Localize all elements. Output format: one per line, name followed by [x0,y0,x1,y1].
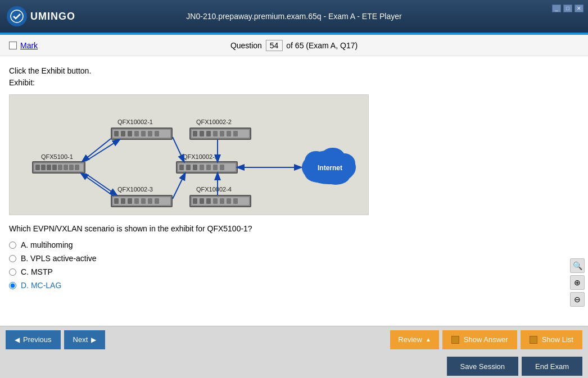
svg-rect-12 [75,165,79,170]
svg-rect-64 [213,198,218,204]
show-list-checkbox-icon [530,336,537,344]
svg-rect-10 [64,165,68,170]
question-total: of 65 (Exam A, Q17) [286,41,358,50]
svg-rect-62 [200,198,204,204]
svg-text:QFX10002-3: QFX10002-3 [117,186,153,193]
next-button[interactable]: Next ▶ [64,330,106,349]
svg-rect-17 [114,131,119,136]
logo-icon [7,6,27,26]
svg-rect-18 [121,131,125,136]
mark-checkbox[interactable] [9,42,17,49]
maximize-button[interactable]: □ [563,4,572,12]
minimize-button[interactable]: _ [552,4,561,12]
svg-rect-29 [200,131,204,136]
svg-rect-67 [233,198,238,204]
show-answer-checkbox-icon [451,336,459,344]
show-list-button[interactable]: Show List [521,330,582,349]
answer-options: A. multihoming B. VPLS active-active C. … [9,240,579,290]
previous-button[interactable]: ◀ Previous [6,330,61,349]
svg-text:QFX5100-1: QFX5100-1 [41,153,73,160]
zoom-out-icon[interactable]: ⊖ [570,292,585,307]
svg-rect-50 [114,198,119,204]
svg-text:QFX10002-4: QFX10002-4 [196,186,232,193]
window-controls[interactable]: _ □ ✕ [552,4,584,12]
option-b[interactable]: B. VPLS active-active [9,254,579,263]
svg-rect-32 [220,131,224,136]
question-body: Which EVPN/VXLAN scenario is shown in th… [9,223,579,235]
show-answer-button[interactable]: Show Answer [442,330,517,349]
svg-rect-63 [206,198,211,204]
svg-rect-30 [206,131,211,136]
prev-chevron-icon: ◀ [15,336,20,344]
svg-rect-7 [47,165,51,170]
svg-rect-52 [128,198,132,204]
mark-area: Mark [9,41,38,50]
svg-rect-44 [213,165,218,170]
logo-text: UMINGO [30,11,75,22]
radio-b[interactable] [9,255,16,262]
exhibit-image: QFX5100-1 QFX10002-1 QFX10002-2 [9,94,369,215]
title-bar: UMINGO JN0-210.prepaway.premium.exam.65q… [0,0,588,33]
svg-rect-54 [141,198,146,204]
svg-text:QFX10002-1: QFX10002-1 [117,119,153,125]
option-d-text: D. MC-LAG [21,281,61,290]
svg-rect-43 [206,165,211,170]
svg-rect-6 [41,165,46,170]
svg-rect-23 [155,131,159,136]
svg-rect-45 [220,165,224,170]
radio-d[interactable] [9,282,16,289]
main-content: Click the Exhibit button. Exhibit: QFX51… [0,56,588,326]
question-header: Mark Question 54 of 65 (Exam A, Q17) [0,35,588,56]
svg-rect-21 [141,131,146,136]
svg-rect-9 [58,165,62,170]
review-arrow-icon: ▲ [426,336,431,343]
svg-rect-39 [179,165,184,170]
svg-rect-40 [186,165,191,170]
show-answer-label: Show Answer [464,335,508,344]
svg-rect-31 [213,131,218,136]
zoom-controls: 🔍 ⊕ ⊖ [570,258,585,307]
svg-text:QFX10002-5: QFX10002-5 [183,153,218,160]
svg-rect-65 [220,198,224,204]
mark-label[interactable]: Mark [20,41,38,50]
svg-rect-42 [200,165,204,170]
exhibit-label: Exhibit: [9,78,35,87]
bottom-toolbar: ◀ Previous Next ▶ Review ▲ Show Answer S… [0,326,588,353]
end-exam-button[interactable]: End Exam [522,357,582,376]
logo: UMINGO [7,6,75,26]
radio-c[interactable] [9,268,16,276]
svg-rect-41 [193,165,197,170]
click-exhibit-text: Click the Exhibit button. [9,66,91,75]
close-button[interactable]: ✕ [575,4,584,12]
svg-rect-5 [35,165,40,170]
svg-rect-55 [148,198,152,204]
zoom-in-icon[interactable]: ⊕ [570,275,585,290]
svg-rect-28 [193,131,197,136]
question-intro: Click the Exhibit button. Exhibit: [9,65,579,89]
svg-rect-20 [134,131,139,136]
search-icon[interactable]: 🔍 [570,258,585,273]
option-c[interactable]: C. MSTP [9,267,579,276]
svg-rect-56 [155,198,159,204]
svg-rect-8 [52,165,57,170]
question-label: Question [230,41,262,50]
svg-rect-11 [69,165,74,170]
next-chevron-icon: ▶ [91,336,96,344]
option-a-text: A. multihoming [21,240,73,249]
svg-rect-66 [227,198,231,204]
svg-rect-33 [227,131,231,136]
question-number: 54 [266,40,283,51]
svg-text:QFX10002-2: QFX10002-2 [196,119,232,125]
save-session-button[interactable]: Save Session [447,357,519,376]
review-label: Review [398,335,422,344]
svg-rect-53 [134,198,139,204]
option-a[interactable]: A. multihoming [9,240,579,249]
show-list-label: Show List [542,335,573,344]
svg-text:Internet: Internet [318,164,342,172]
next-label: Next [73,335,88,344]
review-button[interactable]: Review ▲ [390,330,439,349]
svg-rect-34 [233,131,238,136]
radio-a[interactable] [9,242,16,249]
bottom-bar2: Save Session End Exam [0,353,588,378]
option-d[interactable]: D. MC-LAG [9,281,579,290]
